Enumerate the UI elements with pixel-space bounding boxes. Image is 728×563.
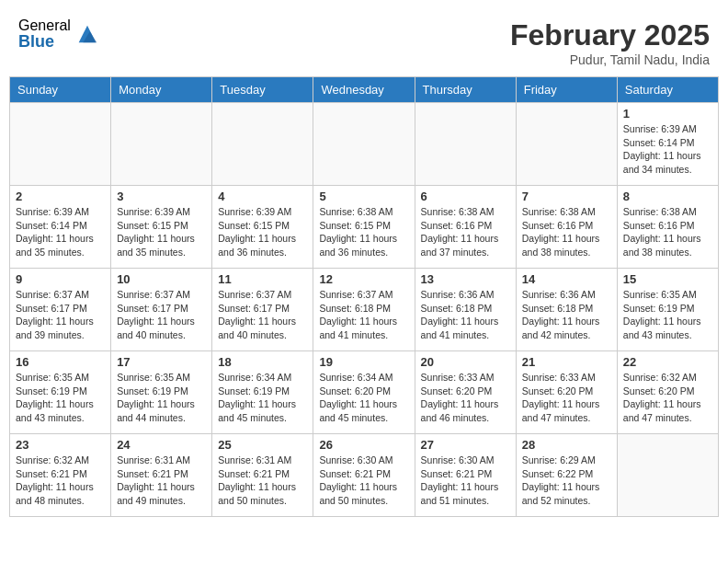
day-info: Sunrise: 6:38 AM Sunset: 6:15 PM Dayligh… (319, 205, 408, 259)
calendar-cell: 10Sunrise: 6:37 AM Sunset: 6:17 PM Dayli… (111, 269, 212, 351)
calendar-cell: 19Sunrise: 6:34 AM Sunset: 6:20 PM Dayli… (313, 351, 415, 434)
calendar-week-3: 16Sunrise: 6:35 AM Sunset: 6:19 PM Dayli… (10, 351, 719, 434)
location: Pudur, Tamil Nadu, India (510, 52, 710, 67)
day-number: 15 (623, 272, 712, 286)
calendar-cell: 6Sunrise: 6:38 AM Sunset: 6:16 PM Daylig… (415, 186, 516, 269)
day-info: Sunrise: 6:39 AM Sunset: 6:15 PM Dayligh… (117, 205, 206, 259)
day-info: Sunrise: 6:34 AM Sunset: 6:20 PM Dayligh… (319, 371, 408, 425)
day-info: Sunrise: 6:29 AM Sunset: 6:22 PM Dayligh… (522, 454, 611, 508)
calendar-cell: 26Sunrise: 6:30 AM Sunset: 6:21 PM Dayli… (313, 434, 415, 517)
calendar-cell: 23Sunrise: 6:32 AM Sunset: 6:21 PM Dayli… (10, 434, 111, 517)
day-number: 20 (421, 355, 510, 369)
calendar-cell: 12Sunrise: 6:37 AM Sunset: 6:18 PM Dayli… (313, 269, 415, 351)
calendar-cell: 9Sunrise: 6:37 AM Sunset: 6:17 PM Daylig… (10, 269, 111, 351)
day-header-saturday: Saturday (617, 77, 718, 103)
calendar-week-1: 2Sunrise: 6:39 AM Sunset: 6:14 PM Daylig… (10, 186, 719, 269)
day-header-tuesday: Tuesday (212, 77, 313, 103)
day-info: Sunrise: 6:35 AM Sunset: 6:19 PM Dayligh… (623, 288, 712, 342)
calendar-cell (212, 103, 313, 186)
calendar-cell: 21Sunrise: 6:33 AM Sunset: 6:20 PM Dayli… (516, 351, 617, 434)
day-number: 11 (218, 272, 307, 286)
calendar-cell: 8Sunrise: 6:38 AM Sunset: 6:16 PM Daylig… (617, 186, 718, 269)
calendar-week-2: 9Sunrise: 6:37 AM Sunset: 6:17 PM Daylig… (10, 269, 719, 351)
day-header-thursday: Thursday (415, 77, 516, 103)
calendar-cell (10, 103, 111, 186)
day-info: Sunrise: 6:36 AM Sunset: 6:18 PM Dayligh… (421, 288, 510, 342)
calendar-cell: 25Sunrise: 6:31 AM Sunset: 6:21 PM Dayli… (212, 434, 313, 517)
calendar-cell: 16Sunrise: 6:35 AM Sunset: 6:19 PM Dayli… (10, 351, 111, 434)
day-number: 10 (117, 272, 206, 286)
calendar-cell: 11Sunrise: 6:37 AM Sunset: 6:17 PM Dayli… (212, 269, 313, 351)
day-number: 23 (16, 438, 105, 452)
day-header-monday: Monday (111, 77, 212, 103)
calendar-cell (617, 434, 718, 517)
logo: General Blue (18, 18, 100, 50)
calendar-cell: 28Sunrise: 6:29 AM Sunset: 6:22 PM Dayli… (516, 434, 617, 517)
day-info: Sunrise: 6:36 AM Sunset: 6:18 PM Dayligh… (522, 288, 611, 342)
day-number: 27 (421, 438, 510, 452)
day-number: 6 (421, 190, 510, 203)
day-info: Sunrise: 6:37 AM Sunset: 6:18 PM Dayligh… (319, 288, 408, 342)
day-info: Sunrise: 6:39 AM Sunset: 6:14 PM Dayligh… (623, 122, 712, 177)
day-number: 13 (421, 272, 510, 286)
day-info: Sunrise: 6:37 AM Sunset: 6:17 PM Dayligh… (218, 288, 307, 342)
day-number: 7 (522, 190, 611, 203)
day-header-friday: Friday (516, 77, 617, 103)
calendar-cell: 3Sunrise: 6:39 AM Sunset: 6:15 PM Daylig… (111, 186, 212, 269)
day-info: Sunrise: 6:35 AM Sunset: 6:19 PM Dayligh… (117, 371, 206, 425)
day-info: Sunrise: 6:30 AM Sunset: 6:21 PM Dayligh… (421, 454, 510, 508)
day-number: 19 (319, 355, 408, 369)
day-number: 1 (623, 107, 712, 121)
calendar-cell: 22Sunrise: 6:32 AM Sunset: 6:20 PM Dayli… (617, 351, 718, 434)
day-info: Sunrise: 6:32 AM Sunset: 6:21 PM Dayligh… (16, 454, 105, 508)
day-header-sunday: Sunday (10, 77, 111, 103)
month-title: February 2025 (510, 18, 710, 52)
day-header-wednesday: Wednesday (313, 77, 415, 103)
day-info: Sunrise: 6:38 AM Sunset: 6:16 PM Dayligh… (522, 205, 611, 259)
day-number: 12 (319, 272, 408, 286)
calendar-cell: 15Sunrise: 6:35 AM Sunset: 6:19 PM Dayli… (617, 269, 718, 351)
calendar-week-0: 1Sunrise: 6:39 AM Sunset: 6:14 PM Daylig… (10, 103, 719, 186)
day-number: 8 (623, 190, 712, 203)
day-number: 14 (522, 272, 611, 286)
calendar-cell: 4Sunrise: 6:39 AM Sunset: 6:15 PM Daylig… (212, 186, 313, 269)
calendar-header-row: SundayMondayTuesdayWednesdayThursdayFrid… (10, 77, 719, 103)
calendar-cell: 1Sunrise: 6:39 AM Sunset: 6:14 PM Daylig… (617, 103, 718, 186)
calendar-cell: 24Sunrise: 6:31 AM Sunset: 6:21 PM Dayli… (111, 434, 212, 517)
logo-text: General Blue (18, 18, 71, 50)
day-info: Sunrise: 6:33 AM Sunset: 6:20 PM Dayligh… (421, 371, 510, 425)
calendar-cell: 13Sunrise: 6:36 AM Sunset: 6:18 PM Dayli… (415, 269, 516, 351)
day-info: Sunrise: 6:33 AM Sunset: 6:20 PM Dayligh… (522, 371, 611, 425)
day-info: Sunrise: 6:31 AM Sunset: 6:21 PM Dayligh… (218, 454, 307, 508)
day-info: Sunrise: 6:37 AM Sunset: 6:17 PM Dayligh… (117, 288, 206, 342)
calendar-week-4: 23Sunrise: 6:32 AM Sunset: 6:21 PM Dayli… (10, 434, 719, 517)
day-number: 28 (522, 438, 611, 452)
day-number: 26 (319, 438, 408, 452)
calendar-cell: 2Sunrise: 6:39 AM Sunset: 6:14 PM Daylig… (10, 186, 111, 269)
day-info: Sunrise: 6:37 AM Sunset: 6:17 PM Dayligh… (16, 288, 105, 342)
calendar-cell (111, 103, 212, 186)
calendar-cell: 14Sunrise: 6:36 AM Sunset: 6:18 PM Dayli… (516, 269, 617, 351)
day-number: 4 (218, 190, 307, 203)
day-info: Sunrise: 6:38 AM Sunset: 6:16 PM Dayligh… (623, 205, 712, 259)
day-info: Sunrise: 6:32 AM Sunset: 6:20 PM Dayligh… (623, 371, 712, 425)
day-info: Sunrise: 6:39 AM Sunset: 6:15 PM Dayligh… (218, 205, 307, 259)
day-info: Sunrise: 6:35 AM Sunset: 6:19 PM Dayligh… (16, 371, 105, 425)
day-number: 22 (623, 355, 712, 369)
day-info: Sunrise: 6:38 AM Sunset: 6:16 PM Dayligh… (421, 205, 510, 259)
calendar-table: SundayMondayTuesdayWednesdayThursdayFrid… (9, 76, 719, 517)
calendar-cell: 7Sunrise: 6:38 AM Sunset: 6:16 PM Daylig… (516, 186, 617, 269)
day-number: 18 (218, 355, 307, 369)
calendar-cell: 27Sunrise: 6:30 AM Sunset: 6:21 PM Dayli… (415, 434, 516, 517)
day-info: Sunrise: 6:34 AM Sunset: 6:19 PM Dayligh… (218, 371, 307, 425)
day-number: 3 (117, 190, 206, 203)
title-block: February 2025 Pudur, Tamil Nadu, India (510, 18, 710, 67)
day-number: 24 (117, 438, 206, 452)
logo-icon (74, 21, 100, 47)
day-number: 5 (319, 190, 408, 203)
logo-general: General (18, 18, 71, 33)
day-number: 16 (16, 355, 105, 369)
calendar-cell: 17Sunrise: 6:35 AM Sunset: 6:19 PM Dayli… (111, 351, 212, 434)
day-number: 25 (218, 438, 307, 452)
calendar-cell (313, 103, 415, 186)
